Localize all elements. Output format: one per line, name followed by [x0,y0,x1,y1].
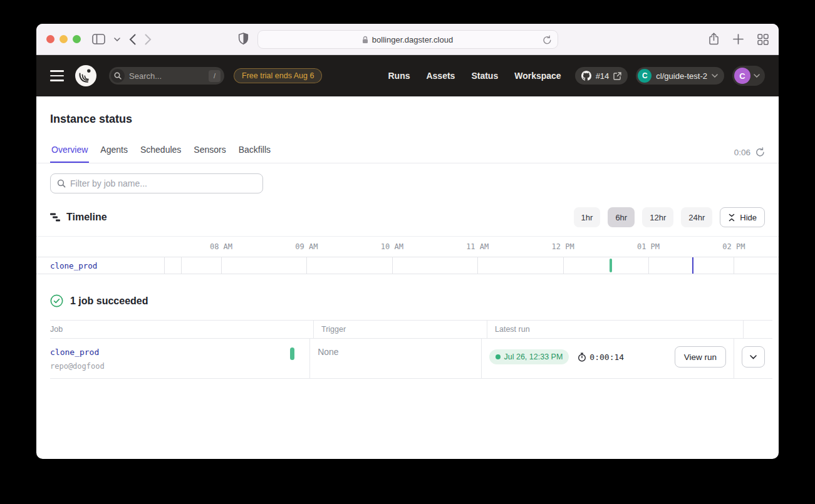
trigger-cell: None [309,339,480,378]
range-button-1hr[interactable]: 1hr [574,207,601,227]
app-header: / Free trial ends Aug 6 Runs Assets Stat… [36,55,779,96]
tab-bar: Overview Agents Schedules Sensors Backfi… [36,141,779,163]
trigger-value: None [318,347,338,357]
range-start-gridline [181,257,182,274]
refresh-countdown-value: 0:06 [734,148,750,157]
minimize-window-button[interactable] [60,35,68,43]
hour-gridline [392,257,393,274]
search-icon [57,179,66,188]
dagster-logo[interactable] [75,65,96,86]
column-header-latest-run: Latest run [487,321,743,338]
back-button[interactable] [129,34,136,45]
view-run-button[interactable]: View run [675,346,726,368]
browser-window: bollinger.dagster.cloud [36,24,779,459]
global-search[interactable]: / [109,67,224,85]
hide-timeline-button[interactable]: Hide [720,207,765,227]
user-menu[interactable]: C [732,66,765,86]
deployment-switcher[interactable]: C cl/guide-test-2 [636,67,724,85]
axis-tick-label: 02 PM [722,242,745,251]
range-button-12hr[interactable]: 12hr [642,207,673,227]
search-icon [111,69,125,83]
collapse-icon [728,213,735,222]
new-tab-icon[interactable] [733,34,744,44]
table-header: Job Trigger Latest run [50,320,772,339]
nav-assets[interactable]: Assets [426,71,455,81]
check-circle-icon [50,294,63,307]
timeline-row[interactable]: clone_prod [36,257,779,274]
tab-overview[interactable]: Overview [50,141,89,163]
close-window-button[interactable] [46,35,55,43]
browser-chrome: bollinger.dagster.cloud [36,24,779,55]
column-header-actions [743,321,772,338]
user-avatar: C [734,68,750,84]
table-row: clone_prod repo@dogfood None Jul 26, 12:… [50,339,772,379]
axis-tick-label: 01 PM [637,242,660,251]
run-duration: 0:00:14 [578,352,624,362]
axis-tick-label: 08 AM [210,242,232,251]
column-header-trigger: Trigger [313,321,487,338]
zoom-window-button[interactable] [73,35,81,43]
axis-tick-label: 09 AM [295,242,318,251]
range-button-6hr[interactable]: 6hr [608,207,635,227]
run-duration-value: 0:00:14 [589,352,624,362]
github-pr-number: #14 [596,71,610,81]
tab-schedules[interactable]: Schedules [139,141,182,163]
range-button-24hr[interactable]: 24hr [681,207,712,227]
timeline-header: Timeline 1hr 6hr 12hr 24hr Hide [36,200,779,236]
share-icon[interactable] [709,33,719,46]
trial-badge: Free trial ends Aug 6 [234,68,322,83]
latest-run-cell: Jul 26, 12:33 PM 0:00:14 View run [481,339,734,378]
now-indicator-line [692,257,693,274]
filter-section [36,163,779,200]
chevron-down-icon [754,74,760,78]
tab-agents[interactable]: Agents [99,141,129,163]
search-input[interactable] [129,71,204,81]
stopwatch-icon [578,352,586,362]
hour-gridline [306,257,307,274]
success-dot-icon [496,354,501,359]
search-shortcut-key: / [209,70,221,82]
window-controls [46,35,81,43]
chevron-down-icon [712,74,718,78]
column-header-job: Job [50,321,313,338]
axis-tick-label: 12 PM [552,242,574,251]
tab-sensors[interactable]: Sensors [192,141,227,163]
hour-gridline [563,257,564,274]
url-text: bollinger.dagster.cloud [372,35,453,44]
actions-cell [734,339,772,378]
tab-overview-icon[interactable] [757,34,769,45]
label-column-divider [164,257,165,274]
run-tick[interactable] [610,259,612,272]
tab-backfills[interactable]: Backfills [237,141,272,163]
sidebar-toggle-icon[interactable] [92,34,105,44]
timeline-row-label[interactable]: clone_prod [50,261,97,270]
jobs-table: Job Trigger Latest run clone_prod repo@d… [50,320,772,379]
nav-status[interactable]: Status [471,71,498,81]
job-link[interactable]: clone_prod [50,347,99,357]
job-filter[interactable] [50,173,263,193]
hour-gridline [221,257,222,274]
run-time-text: Jul 26, 12:33 PM [504,352,563,361]
deployment-avatar: C [638,69,651,83]
axis-tick-label: 11 AM [466,242,489,251]
job-filter-input[interactable] [70,178,256,188]
row-expand-button[interactable] [742,346,765,368]
run-time-badge[interactable]: Jul 26, 12:33 PM [489,349,569,364]
refresh-icon[interactable] [755,147,765,157]
privacy-shield-icon[interactable] [238,33,249,46]
sidebar-chevron-icon[interactable] [114,38,120,41]
timeline-title: Timeline [66,212,107,223]
nav-runs[interactable]: Runs [388,71,410,81]
github-pr-link[interactable]: #14 [575,67,628,85]
axis-tick-label: 10 AM [381,242,403,251]
nav-workspace[interactable]: Workspace [514,71,561,81]
job-status-minibar[interactable] [290,347,294,360]
forward-button[interactable] [145,34,152,45]
menu-icon[interactable] [50,70,64,81]
github-icon [581,71,591,81]
reload-icon[interactable] [542,35,552,45]
address-bar[interactable]: bollinger.dagster.cloud [257,30,558,49]
hour-gridline [734,257,734,274]
timeline-chart: 08 AM09 AM10 AM11 AM12 PM01 PM02 PM clon… [36,236,779,274]
lock-icon [362,36,368,44]
